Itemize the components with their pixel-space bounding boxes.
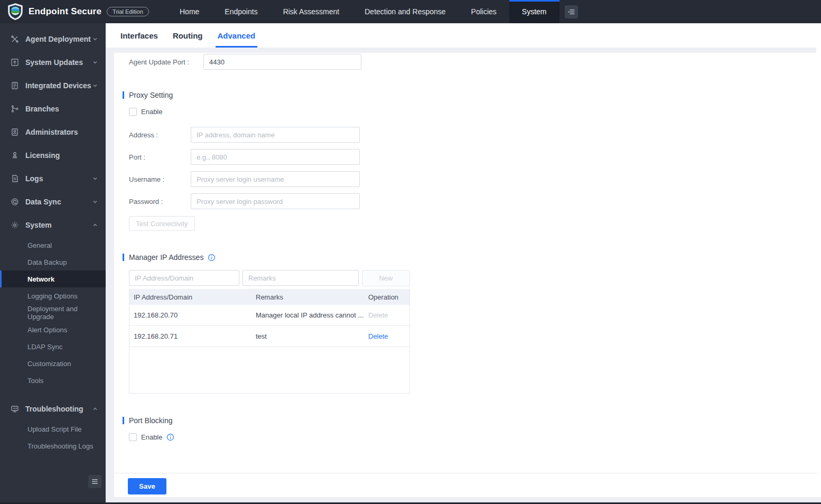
menu-fold-button[interactable] — [565, 5, 578, 18]
proxy-username-input[interactable] — [191, 171, 360, 187]
proxy-address-row: Address : — [129, 127, 360, 143]
manager-ip-section-header: Manager IP Addresses — [123, 253, 216, 262]
nav-endpoints[interactable]: Endpoints — [212, 0, 270, 23]
cell-remarks: test — [251, 332, 364, 340]
col-header-ip: IP Address/Domain — [129, 293, 251, 301]
licensing-icon — [11, 151, 19, 160]
save-button[interactable]: Save — [128, 478, 166, 494]
chevron-down-icon — [92, 36, 98, 42]
troubleshooting-icon — [11, 405, 19, 413]
sidebar-item-tools[interactable]: Tools — [0, 372, 106, 389]
sidebar-label: Agent Deployment — [25, 35, 92, 43]
collapse-icon — [91, 478, 99, 486]
agent-update-port-input[interactable] — [203, 54, 361, 70]
info-icon[interactable] — [208, 254, 216, 262]
scrollbar-track[interactable] — [816, 48, 821, 497]
settings-card: Agent Update Port : Proxy Setting Enable… — [114, 53, 817, 497]
top-bar: Endpoint Secure Trial Edition Home Endpo… — [0, 0, 821, 23]
col-header-remarks: Remarks — [251, 293, 364, 301]
table-row: 192.168.20.70 Manager local IP address c… — [129, 305, 409, 326]
info-icon[interactable] — [166, 433, 174, 441]
sidebar-item-system-updates[interactable]: System Updates — [0, 51, 106, 74]
sidebar-item-agent-deployment[interactable]: Agent Deployment — [0, 27, 106, 51]
delete-link[interactable]: Delete — [368, 332, 388, 340]
proxy-password-input[interactable] — [191, 193, 360, 209]
port-blocking-enable-row: Enable — [129, 433, 174, 441]
sidebar-item-troubleshooting-logs[interactable]: Troubleshooting Logs — [0, 437, 106, 454]
proxy-enable-row: Enable — [129, 108, 162, 116]
section-accent-bar — [123, 417, 124, 424]
delete-link-disabled: Delete — [368, 311, 388, 319]
card-footer: Save — [114, 473, 817, 497]
sidebar-item-integrated-devices[interactable]: Integrated Devices — [0, 74, 106, 97]
proxy-port-input[interactable] — [191, 149, 360, 165]
nav-risk-assessment[interactable]: Risk Assessment — [270, 0, 352, 23]
page-body: Agent Update Port : Proxy Setting Enable… — [106, 48, 821, 503]
sidebar-item-branches[interactable]: Branches — [0, 97, 106, 120]
system-updates-icon — [11, 58, 19, 67]
sidebar-item-logs[interactable]: Logs — [0, 167, 106, 190]
nav-policies[interactable]: Policies — [459, 0, 509, 23]
manager-ip-table: IP Address/Domain Remarks Operation 192.… — [129, 289, 410, 394]
nav-home[interactable]: Home — [167, 0, 212, 23]
sidebar-item-customization[interactable]: Customization — [0, 355, 106, 372]
sidebar-item-troubleshooting[interactable]: Troubleshooting — [0, 397, 106, 421]
logs-icon — [11, 174, 19, 183]
proxy-username-row: Username : — [129, 171, 360, 187]
proxy-username-label: Username : — [129, 175, 191, 183]
sidebar-item-data-sync[interactable]: Data Sync — [0, 190, 106, 213]
test-connectivity-button[interactable]: Test Connectivity — [129, 216, 195, 231]
tab-routing[interactable]: Routing — [165, 23, 210, 48]
sidebar-item-upload-script-file[interactable]: Upload Script File — [0, 421, 106, 437]
sidebar-item-system[interactable]: System — [0, 213, 106, 237]
nav-detection-response[interactable]: Detection and Response — [352, 0, 458, 23]
cell-ip: 192.168.20.70 — [129, 311, 251, 319]
section-accent-bar — [123, 91, 124, 99]
port-blocking-enable-checkbox[interactable] — [129, 433, 137, 441]
manager-ip-input-row: New — [129, 270, 410, 286]
sidebar-item-deployment-upgrade[interactable]: Deployment and Upgrade — [0, 304, 106, 321]
administrators-icon — [11, 128, 19, 136]
sidebar-label: Administrators — [25, 128, 98, 136]
app-title: Endpoint Secure — [29, 6, 101, 17]
sidebar-item-general[interactable]: General — [0, 237, 106, 254]
sidebar-item-logging-options[interactable]: Logging Options — [0, 287, 106, 304]
menu-fold-icon — [567, 8, 575, 16]
manager-remarks-input[interactable] — [242, 270, 359, 286]
sidebar-item-licensing[interactable]: Licensing — [0, 144, 106, 167]
sidebar-item-ldap-sync[interactable]: LDAP Sync — [0, 338, 106, 355]
sidebar-item-alert-options[interactable]: Alert Options — [0, 321, 106, 338]
chevron-down-icon — [92, 82, 98, 89]
sidebar-label: Logs — [25, 174, 92, 183]
proxy-password-row: Password : — [129, 193, 360, 209]
sidebar-item-network[interactable]: Network — [0, 270, 106, 287]
nav-system[interactable]: System — [509, 0, 559, 23]
sidebar-label: System Updates — [25, 58, 92, 67]
advanced-settings-content: Agent Update Port : Proxy Setting Enable… — [114, 53, 817, 497]
col-header-operation: Operation — [364, 293, 409, 301]
branches-icon — [11, 105, 19, 113]
agent-update-port-label: Agent Update Port : — [129, 58, 203, 66]
tab-interfaces[interactable]: Interfaces — [113, 23, 165, 48]
sidebar-item-data-backup[interactable]: Data Backup — [0, 254, 106, 270]
chevron-up-icon — [92, 406, 98, 412]
app-window: Endpoint Secure Trial Edition Home Endpo… — [0, 0, 821, 504]
proxy-address-input[interactable] — [191, 127, 360, 143]
proxy-enable-checkbox[interactable] — [129, 108, 137, 116]
table-header-row: IP Address/Domain Remarks Operation — [129, 289, 409, 305]
proxy-port-row: Port : — [129, 149, 360, 165]
chevron-down-icon — [92, 59, 98, 66]
section-accent-bar — [123, 254, 124, 261]
chevron-up-icon — [92, 222, 98, 228]
sidebar-item-administrators[interactable]: Administrators — [0, 120, 106, 144]
sidebar-collapse-button[interactable] — [88, 475, 101, 488]
manager-ip-input[interactable] — [129, 270, 239, 286]
sidebar-label: Data Sync — [25, 198, 92, 206]
cell-remarks: Manager local IP address cannot ... — [251, 311, 364, 319]
tab-advanced[interactable]: Advanced — [210, 23, 263, 48]
proxy-enable-label: Enable — [141, 108, 162, 116]
sidebar-label: System — [25, 221, 92, 229]
cell-ip: 192.168.20.71 — [129, 332, 251, 340]
new-button[interactable]: New — [362, 270, 410, 286]
tools-icon — [11, 35, 19, 43]
